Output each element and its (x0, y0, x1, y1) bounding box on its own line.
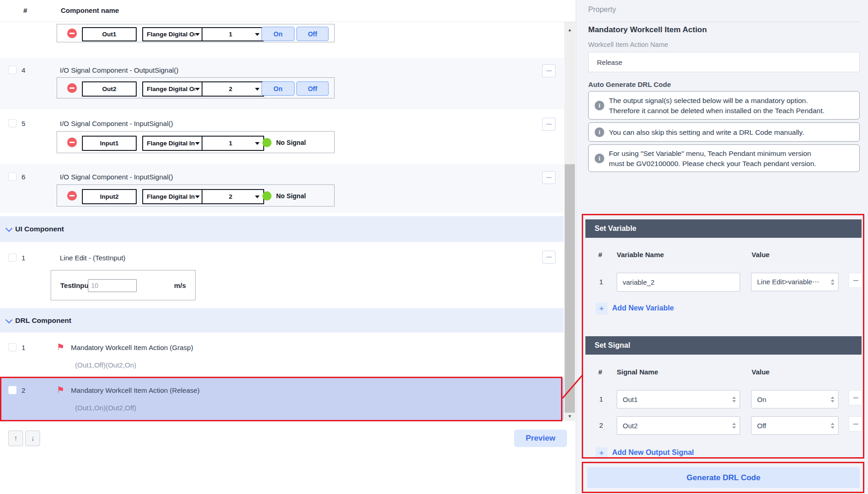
signal-channel-select[interactable]: 2 (202, 189, 264, 204)
row-checkbox[interactable] (8, 386, 17, 394)
column-header-number: # (598, 368, 602, 376)
remove-signal-button[interactable] (849, 416, 862, 431)
chevron-down-icon (6, 225, 13, 232)
remove-signal-button[interactable] (849, 390, 862, 405)
flag-icon: ⚑ (57, 343, 64, 351)
move-row-down-button[interactable]: ↓ (25, 431, 40, 446)
column-header-value: Value (752, 368, 770, 376)
row-checkbox[interactable] (8, 343, 17, 351)
info-text-line: For using "Set Variable" menu, Teach Pen… (609, 149, 811, 158)
signal-editor-input1: Flange Digital In 1 No Signal (57, 131, 335, 153)
signal-type-select[interactable]: Flange Digital In (142, 189, 204, 204)
signal-on-button[interactable]: On (261, 27, 295, 41)
info-icon: i (595, 101, 604, 110)
scrollbar-thumb[interactable] (565, 164, 575, 413)
signal-name-input[interactable] (82, 81, 137, 97)
chevron-down-icon (255, 195, 260, 198)
column-header-number: # (18, 6, 32, 14)
collapse-row-button[interactable] (542, 118, 556, 131)
signal-channel-select[interactable]: 2 (202, 81, 264, 97)
chevron-down-icon (195, 195, 200, 198)
scrollbar-down-arrow[interactable]: ▼ (564, 413, 575, 419)
property-title-divider (588, 22, 860, 22)
line-edit-preview-box: TestInput m/s (51, 270, 196, 300)
signal-type-select[interactable]: Flange Digital Ou (142, 81, 204, 97)
signal-name-select[interactable]: Out2 (617, 416, 740, 435)
action-name-label: Workcell Item Action Name (588, 41, 668, 48)
remove-signal-button[interactable] (67, 191, 77, 201)
collapse-row-button[interactable] (542, 64, 556, 77)
signal-type-select[interactable]: Flange Digital In (142, 136, 204, 151)
signal-status-label: No Signal (276, 139, 306, 146)
signal-off-button[interactable]: Off (296, 81, 329, 96)
signal-channel-select[interactable]: 1 (202, 136, 264, 151)
row-input-signal-5[interactable]: 5 I/O Signal Component - InputSignal() F… (0, 109, 564, 164)
line-edit-value-input[interactable] (88, 279, 137, 292)
add-output-signal-plus-icon[interactable]: + (596, 447, 608, 459)
column-header-value: Value (752, 251, 770, 258)
row-drl-action-grasp[interactable]: 1 ⚑ Mandatory Workcell Item Action (Gras… (0, 333, 564, 378)
variable-value-select[interactable]: Line Edit>variable⋯ (751, 273, 839, 291)
info-box-mandatory: i The output signal(s) selected below wi… (588, 91, 860, 120)
row-drl-action-release-selected[interactable]: 2 ⚑ Mandatory Workcell Item Action (Rele… (0, 378, 564, 420)
row-line-edit[interactable]: 1 Line Edit - (TestInput) TestInput m/s (0, 242, 564, 308)
remove-signal-button[interactable] (67, 29, 77, 38)
signal-name-input[interactable] (82, 136, 137, 151)
collapse-row-button[interactable] (542, 171, 556, 184)
variable-name-input[interactable] (617, 273, 740, 292)
signal-name-select[interactable]: Out1 (617, 390, 740, 408)
section-title: UI Component (15, 225, 64, 233)
component-table-header: # Component name (0, 0, 576, 22)
chevron-down-icon (195, 33, 200, 36)
row-output-signal-4[interactable]: 4 I/O Signal Component - OutputSignal() … (0, 58, 564, 109)
signal-on-button[interactable]: On (261, 81, 295, 96)
property-panel-title: Property (588, 6, 616, 14)
set-signal-title: Set Signal (595, 341, 630, 350)
row-checkbox[interactable] (8, 172, 17, 181)
spinner-icon (732, 396, 736, 402)
section-header-ui-component[interactable]: UI Component (0, 216, 564, 242)
remove-signal-button[interactable] (67, 138, 77, 147)
row-label: I/O Signal Component - OutputSignal() (60, 66, 179, 74)
row-checkbox[interactable] (8, 66, 17, 74)
row-label: I/O Signal Component - InputSignal() (60, 120, 173, 127)
info-text-line: The output signal(s) selected below will… (609, 96, 808, 105)
signal-name-input[interactable] (82, 189, 137, 204)
generate-drl-code-button[interactable]: Generate DRL Code (587, 467, 860, 488)
signal-status-label: No Signal (276, 192, 306, 200)
add-variable-plus-icon[interactable]: + (596, 303, 608, 315)
row-checkbox[interactable] (8, 119, 17, 127)
remove-variable-button[interactable] (849, 273, 862, 288)
remove-signal-button[interactable] (67, 83, 77, 93)
info-box-version: i For using "Set Variable" menu, Teach P… (588, 144, 860, 172)
signal-type-select[interactable]: Flange Digital Ou (142, 27, 204, 41)
signal-value-select[interactable]: On (751, 390, 839, 408)
info-box-skip: i You can also skip this setting and wri… (588, 122, 860, 142)
move-row-up-button[interactable]: ↑ (8, 431, 23, 446)
collapse-row-button[interactable] (542, 251, 556, 264)
info-text-line: Therefore it cannot be deleted when inst… (609, 106, 825, 115)
signal-row-number: 2 (599, 421, 603, 429)
variable-row-number: 1 (599, 278, 603, 286)
signal-off-button[interactable]: Off (296, 27, 329, 41)
signal-status-icon (262, 138, 272, 147)
column-header-signal-name: Signal Name (617, 368, 658, 376)
signal-editor-out1: Flange Digital Ou 1 On Off (57, 24, 335, 42)
add-new-output-signal-link[interactable]: Add New Output Signal (612, 448, 694, 457)
scrollbar-up-arrow[interactable]: ▲ (564, 27, 575, 33)
set-variable-header: Set Variable (585, 219, 862, 238)
signal-editor-input2: Flange Digital In 2 No Signal (57, 184, 335, 207)
signal-channel-select[interactable]: 1 (202, 27, 264, 41)
row-input-signal-6[interactable]: 6 I/O Signal Component - InputSignal() F… (0, 164, 564, 213)
row-number: 2 (17, 386, 29, 394)
signal-name-input[interactable] (82, 27, 137, 41)
workcell-editor-app: # Component name Flange Digital Ou 1 On … (0, 0, 868, 494)
spinner-icon (831, 396, 834, 402)
column-header-variable-name: Variable Name (617, 251, 664, 258)
signal-value-select[interactable]: Off (751, 416, 839, 435)
row-checkbox[interactable] (8, 253, 17, 262)
section-header-drl-component[interactable]: DRL Component (0, 308, 564, 333)
add-new-variable-link[interactable]: Add New Variable (612, 304, 674, 312)
preview-button[interactable]: Preview (514, 430, 567, 447)
action-name-input[interactable] (588, 52, 860, 72)
